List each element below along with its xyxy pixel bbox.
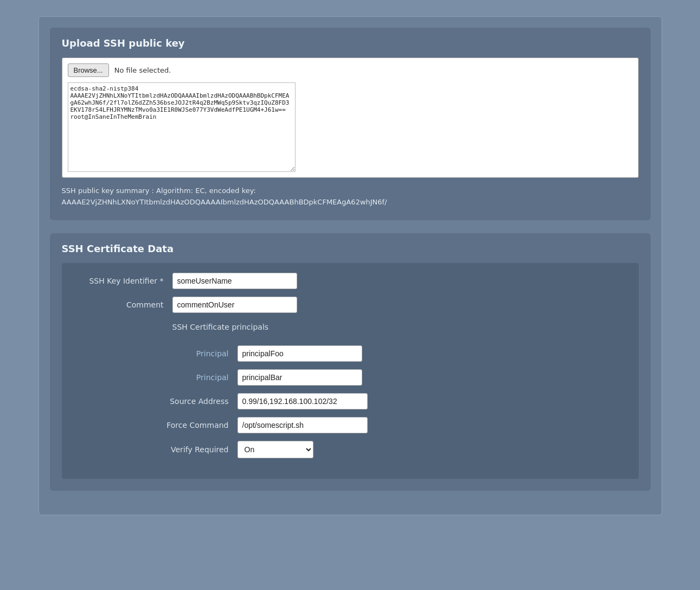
principal1-row: Principal — [75, 345, 626, 362]
principal1-label: Principal — [75, 349, 237, 358]
verify-required-row: Verify Required On Off — [75, 441, 626, 458]
force-command-row: Force Command — [75, 417, 626, 433]
principal2-label: Principal — [75, 373, 237, 382]
key-summary: SSH public key summary : Algorithm: EC, … — [62, 185, 639, 208]
browse-button[interactable]: Browse... — [68, 63, 109, 77]
outer-wrapper: Upload SSH public key Browse... No file … — [38, 16, 662, 515]
source-address-row: Source Address — [75, 393, 626, 409]
principals-heading-row: SSH Certificate principals — [75, 320, 626, 338]
upload-area: Browse... No file selected. ecdsa-sha2-n… — [62, 57, 639, 178]
no-file-label: No file selected. — [114, 66, 171, 74]
comment-row: Comment — [75, 297, 626, 313]
principals-section-label: SSH Certificate principals — [172, 323, 269, 331]
key-identifier-input[interactable] — [172, 273, 297, 289]
cert-section: SSH Certificate Data SSH Key Identifier … — [50, 233, 651, 491]
comment-label: Comment — [75, 300, 172, 309]
key-summary-label: SSH public key summary : Algorithm: EC, … — [62, 187, 256, 195]
principal1-input[interactable] — [237, 345, 362, 362]
source-address-input[interactable] — [237, 393, 368, 409]
verify-required-select[interactable]: On Off — [237, 441, 313, 458]
key-summary-value: AAAAE2VjZHNhLXNoYTItbmlzdHAzODQAAAAIbmlz… — [62, 198, 387, 206]
key-textarea[interactable]: ecdsa-sha2-nistp384 AAAAE2VjZHNhLXNoYTIt… — [68, 82, 296, 172]
key-identifier-row: SSH Key Identifier * — [75, 273, 626, 289]
force-command-label: Force Command — [75, 421, 237, 429]
file-row: Browse... No file selected. — [68, 63, 633, 77]
principal2-row: Principal — [75, 369, 626, 386]
force-command-input[interactable] — [237, 417, 368, 433]
verify-required-label: Verify Required — [75, 445, 237, 454]
source-address-label: Source Address — [75, 397, 237, 406]
principal2-input[interactable] — [237, 369, 362, 386]
comment-input[interactable] — [172, 297, 297, 313]
cert-inner: SSH Key Identifier * Comment SSH Certifi… — [62, 263, 639, 479]
upload-section-title: Upload SSH public key — [62, 37, 639, 49]
upload-section: Upload SSH public key Browse... No file … — [50, 28, 651, 220]
key-identifier-label: SSH Key Identifier * — [75, 277, 172, 285]
cert-section-title: SSH Certificate Data — [62, 243, 639, 254]
